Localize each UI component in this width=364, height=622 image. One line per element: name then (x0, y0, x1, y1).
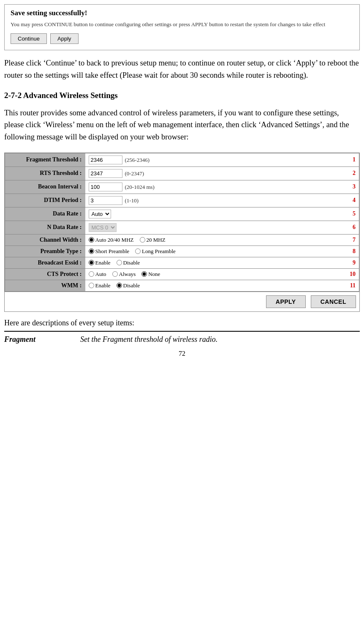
descriptions-section: Here are descriptions of every setup ite… (4, 319, 360, 344)
row-label-2: Beacon Interval : (5, 180, 85, 194)
row-value-2[interactable]: (20-1024 ms) (85, 180, 344, 194)
range-hint-2: (20-1024 ms) (125, 184, 155, 190)
table-row: RTS Threshold :(0-2347)2 (5, 166, 359, 180)
row-number-6: 7 (344, 234, 359, 246)
radio-group-6: Auto 20/40 MHZ 20 MHZ (89, 237, 341, 243)
radio-group-10: Enable Disable (89, 282, 341, 289)
row-label-10: WMM : (5, 280, 85, 291)
row-number-2: 3 (344, 180, 359, 194)
row-label-8: Broadcast Essid : (5, 257, 85, 268)
range-hint-0: (256-2346) (125, 157, 150, 163)
success-title: Save setting successfully! (11, 9, 353, 17)
radio-input-6-0[interactable] (89, 237, 94, 243)
text-input-3[interactable] (89, 196, 122, 205)
radio-input-10-0[interactable] (89, 283, 94, 288)
table-row: CTS Protect : Auto Always None10 (5, 268, 359, 280)
text-input-0[interactable] (89, 156, 122, 164)
radio-label-9-0[interactable]: Auto (89, 271, 106, 278)
row-number-1: 2 (344, 166, 359, 180)
continue-button[interactable]: Continue (11, 33, 47, 44)
table-row: DTIM Period :(1-10)4 (5, 194, 359, 207)
table-row: N Data Rate :MCS 06 (5, 221, 359, 234)
row-number-5: 6 (344, 221, 359, 234)
row-number-3: 4 (344, 194, 359, 207)
section-title: 2-7-2 Advanced Wireless Settings (4, 91, 360, 100)
wireless-settings-table: Fragment Threshold :(256-2346)1RTS Thres… (5, 153, 359, 292)
row-value-3[interactable]: (1-10) (85, 194, 344, 207)
section-body: This router provides some advanced contr… (4, 107, 360, 143)
text-input-1[interactable] (89, 169, 122, 178)
radio-input-9-0[interactable] (89, 271, 94, 277)
divider (4, 331, 360, 332)
radio-label-9-2[interactable]: None (141, 271, 160, 278)
descriptions-header: Here are descriptions of every setup ite… (4, 319, 360, 327)
row-label-0: Fragment Threshold : (5, 153, 85, 166)
page-number: 72 (4, 350, 360, 362)
radio-label-7-0[interactable]: Short Preamble (89, 248, 130, 255)
table-button-row: APPLY CANCEL (5, 292, 359, 311)
apply-main-button[interactable]: APPLY (266, 295, 306, 308)
radio-label-6-1[interactable]: 20 MHZ (140, 237, 166, 243)
radio-input-8-0[interactable] (89, 260, 94, 265)
row-label-9: CTS Protect : (5, 268, 85, 280)
table-row: Broadcast Essid : Enable Disable9 (5, 257, 359, 268)
row-value-7[interactable]: Short Preamble Long Preamble (85, 246, 344, 257)
row-value-8[interactable]: Enable Disable (85, 257, 344, 268)
table-row: Fragment Threshold :(256-2346)1 (5, 153, 359, 166)
radio-group-9: Auto Always None (89, 271, 341, 278)
radio-input-7-0[interactable] (89, 248, 94, 254)
row-number-4: 5 (344, 207, 359, 221)
main-content: Please click ‘Continue’ to back to previ… (0, 50, 364, 366)
success-description: You may press CONTINUE button to continu… (11, 21, 353, 28)
radio-label-8-0[interactable]: Enable (89, 259, 111, 266)
row-value-0[interactable]: (256-2346) (85, 153, 344, 166)
select-4[interactable]: Auto (89, 210, 111, 218)
row-value-1[interactable]: (0-2347) (85, 166, 344, 180)
radio-input-8-1[interactable] (117, 260, 122, 265)
table-row: Data Rate :Auto5 (5, 207, 359, 221)
radio-label-10-0[interactable]: Enable (89, 282, 111, 289)
row-label-1: RTS Threshold : (5, 166, 85, 180)
row-label-3: DTIM Period : (5, 194, 85, 207)
radio-input-6-1[interactable] (140, 237, 145, 243)
radio-label-6-0[interactable]: Auto 20/40 MHZ (89, 237, 134, 243)
row-number-8: 9 (344, 257, 359, 268)
row-value-10[interactable]: Enable Disable (85, 280, 344, 291)
radio-input-9-1[interactable] (112, 271, 118, 277)
table-row: Channel Width : Auto 20/40 MHZ 20 MHZ7 (5, 234, 359, 246)
success-box: Save setting successfully! You may press… (4, 4, 360, 50)
range-hint-3: (1-10) (125, 197, 139, 204)
radio-label-8-1[interactable]: Disable (117, 259, 140, 266)
row-value-4[interactable]: Auto (85, 207, 344, 221)
radio-input-7-1[interactable] (135, 248, 141, 254)
button-row: Continue Apply (11, 33, 353, 44)
radio-label-7-1[interactable]: Long Preamble (135, 248, 176, 255)
row-number-0: 1 (344, 153, 359, 166)
row-value-5[interactable]: MCS 0 (85, 221, 344, 234)
desc-term-fragment: Fragment (4, 335, 80, 344)
table-row: Beacon Interval :(20-1024 ms)3 (5, 180, 359, 194)
cancel-main-button[interactable]: CANCEL (311, 295, 356, 308)
row-label-5: N Data Rate : (5, 221, 85, 234)
row-number-9: 10 (344, 268, 359, 280)
table-row: WMM : Enable Disable11 (5, 280, 359, 291)
range-hint-1: (0-2347) (125, 170, 144, 177)
table-row: Preamble Type : Short Preamble Long Prea… (5, 246, 359, 257)
row-value-6[interactable]: Auto 20/40 MHZ 20 MHZ (85, 234, 344, 246)
row-number-7: 8 (344, 246, 359, 257)
radio-label-10-1[interactable]: Disable (117, 282, 140, 289)
select-disabled-5: MCS 0 (89, 223, 117, 232)
row-label-4: Data Rate : (5, 207, 85, 221)
radio-group-7: Short Preamble Long Preamble (89, 248, 341, 255)
radio-label-9-1[interactable]: Always (112, 271, 136, 278)
apply-button-top[interactable]: Apply (50, 33, 79, 44)
radio-group-8: Enable Disable (89, 259, 341, 266)
radio-input-9-2[interactable] (141, 271, 147, 277)
wireless-settings-wrapper: Fragment Threshold :(256-2346)1RTS Thres… (4, 153, 360, 312)
radio-input-10-1[interactable] (117, 283, 122, 288)
text-input-2[interactable] (89, 183, 122, 191)
row-label-6: Channel Width : (5, 234, 85, 246)
row-number-10: 11 (344, 280, 359, 291)
row-value-9[interactable]: Auto Always None (85, 268, 344, 280)
intro-paragraph: Please click ‘Continue’ to back to previ… (4, 57, 360, 81)
